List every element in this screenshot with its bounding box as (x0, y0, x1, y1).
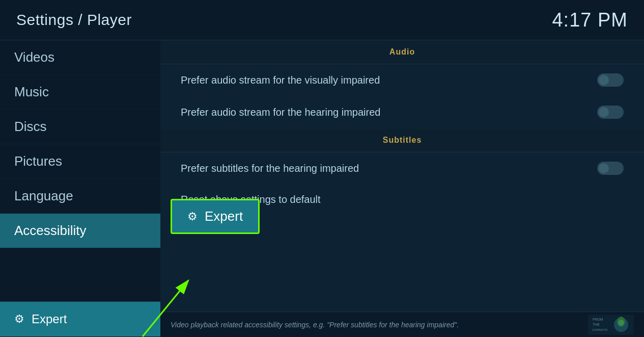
setting-label-visually-impaired: Prefer audio stream for the visually imp… (181, 74, 380, 86)
setting-row-visually-impaired[interactable]: Prefer audio stream for the visually imp… (160, 64, 644, 96)
svg-text:FROM: FROM (593, 318, 603, 321)
expert-button-label: Expert (205, 209, 243, 224)
main-content: Audio Prefer audio stream for the visual… (160, 40, 644, 312)
page-title: Settings / Player (16, 11, 132, 29)
footer: Video playback related accessibility set… (160, 312, 644, 337)
sidebar-item-videos[interactable]: Videos (0, 40, 160, 75)
svg-text:EXPERTS!: EXPERTS! (593, 328, 608, 331)
header: Settings / Player 4:17 PM (0, 0, 644, 40)
svg-text:THE: THE (593, 323, 600, 326)
sidebar-item-language[interactable]: Language (0, 179, 160, 214)
toggle-visually-impaired[interactable] (597, 73, 624, 87)
expert-gear-icon: ⚙ (187, 210, 198, 223)
sidebar-item-accessibility[interactable]: Accessibility (0, 214, 160, 248)
toggle-hearing-impaired-audio[interactable] (597, 106, 624, 119)
gear-icon: ⚙ (14, 313, 24, 326)
sidebar-item-pictures[interactable]: Pictures (0, 144, 160, 179)
toggle-hearing-impaired-sub[interactable] (597, 162, 624, 175)
setting-label-hearing-impaired-audio: Prefer audio stream for the hearing impa… (181, 107, 380, 118)
setting-label-hearing-impaired-sub: Prefer subtitles for the hearing impaire… (181, 163, 359, 174)
subtitles-section-header: Subtitles (160, 128, 644, 152)
sidebar-item-music[interactable]: Music (0, 75, 160, 110)
svg-line-1 (143, 280, 188, 336)
clock: 4:17 PM (552, 9, 628, 31)
audio-section-header: Audio (160, 40, 644, 64)
setting-row-hearing-impaired-audio[interactable]: Prefer audio stream for the hearing impa… (160, 96, 644, 128)
footer-logo: FROM THE EXPERTS! (588, 315, 634, 335)
setting-row-hearing-impaired-sub[interactable]: Prefer subtitles for the hearing impaire… (160, 152, 644, 185)
expert-button-floating[interactable]: ⚙ Expert (171, 199, 260, 234)
arrow-annotation (41, 250, 214, 337)
svg-point-4 (618, 320, 624, 326)
sidebar-item-discs[interactable]: Discs (0, 110, 160, 144)
